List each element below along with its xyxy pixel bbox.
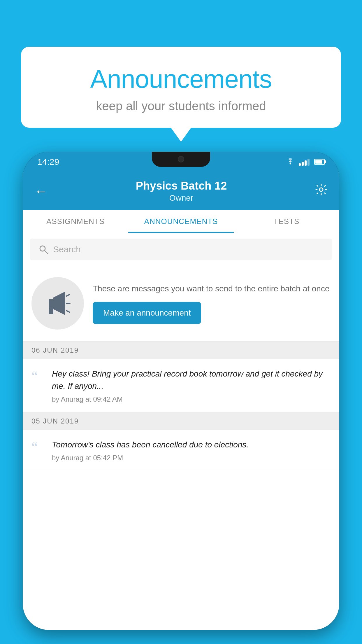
bubble-title: Announcements bbox=[44, 64, 318, 94]
phone-wrapper: 14:29 bbox=[23, 152, 339, 644]
bubble-subtitle: keep all your students informed bbox=[44, 99, 318, 113]
tab-tests[interactable]: TESTS bbox=[234, 210, 339, 233]
promo-description: These are messages you want to send to t… bbox=[93, 283, 331, 295]
app-bar-subtitle: Owner bbox=[51, 193, 312, 203]
svg-line-6 bbox=[66, 295, 69, 296]
announcement-meta-2: by Anurag at 05:42 PM bbox=[52, 454, 331, 462]
promo-content: These are messages you want to send to t… bbox=[84, 283, 331, 324]
tab-announcements[interactable]: ANNOUNCEMENTS bbox=[128, 210, 234, 233]
speech-bubble-section: Announcements keep all your students inf… bbox=[21, 47, 341, 128]
status-time: 14:29 bbox=[37, 157, 59, 167]
svg-line-8 bbox=[66, 311, 69, 312]
search-placeholder: Search bbox=[53, 244, 81, 254]
app-bar: ← Physics Batch 12 Owner bbox=[23, 172, 339, 210]
date-separator-2: 05 JUN 2019 bbox=[23, 412, 339, 430]
announcement-content-1: Hey class! Bring your practical record b… bbox=[52, 368, 331, 403]
settings-button[interactable] bbox=[312, 180, 331, 202]
announcement-text-2: Tomorrow's class has been cancelled due … bbox=[52, 439, 331, 451]
phone-notch bbox=[152, 152, 210, 167]
status-icons bbox=[285, 158, 325, 166]
tabs-bar: ASSIGNMENTS ANNOUNCEMENTS TESTS bbox=[23, 210, 339, 233]
search-bar[interactable]: Search bbox=[30, 239, 332, 260]
announcement-promo: These are messages you want to send to t… bbox=[23, 265, 339, 342]
quote-icon-1: “ bbox=[31, 369, 46, 384]
wifi-icon bbox=[285, 158, 295, 166]
svg-rect-5 bbox=[49, 308, 53, 314]
announcement-content-2: Tomorrow's class has been cancelled due … bbox=[52, 439, 331, 462]
app-bar-title-section: Physics Batch 12 Owner bbox=[51, 180, 312, 203]
announcement-text-1: Hey class! Bring your practical record b… bbox=[52, 368, 331, 392]
make-announcement-button[interactable]: Make an announcement bbox=[93, 302, 201, 324]
quote-icon-2: “ bbox=[31, 440, 46, 454]
svg-marker-3 bbox=[49, 299, 53, 308]
front-camera bbox=[178, 156, 184, 162]
svg-line-2 bbox=[45, 251, 48, 253]
promo-icon-circle bbox=[31, 277, 84, 330]
megaphone-icon bbox=[43, 289, 72, 318]
announcement-item-1[interactable]: “ Hey class! Bring your practical record… bbox=[23, 359, 339, 412]
search-icon bbox=[38, 244, 48, 254]
announcement-item-2[interactable]: “ Tomorrow's class has been cancelled du… bbox=[23, 430, 339, 471]
battery-icon bbox=[314, 159, 325, 165]
svg-point-0 bbox=[319, 188, 323, 191]
back-button[interactable]: ← bbox=[31, 180, 51, 202]
signal-icon bbox=[299, 158, 310, 166]
screen: ← Physics Batch 12 Owner ASSIGNMENTS ANN… bbox=[23, 172, 339, 630]
svg-marker-4 bbox=[53, 292, 65, 315]
announcement-meta-1: by Anurag at 09:42 AM bbox=[52, 395, 331, 403]
tab-assignments[interactable]: ASSIGNMENTS bbox=[23, 210, 128, 233]
speech-bubble: Announcements keep all your students inf… bbox=[21, 47, 341, 128]
phone-frame: 14:29 bbox=[23, 152, 339, 630]
date-separator-1: 06 JUN 2019 bbox=[23, 342, 339, 359]
search-container: Search bbox=[23, 233, 339, 265]
app-bar-title: Physics Batch 12 bbox=[51, 180, 312, 192]
